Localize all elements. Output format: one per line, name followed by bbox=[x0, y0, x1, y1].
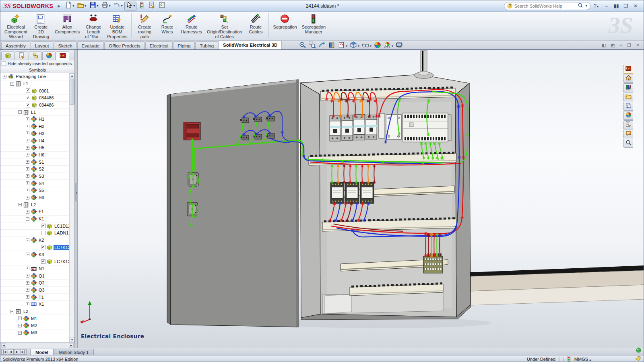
tree-item-l2[interactable]: −L2 bbox=[0, 201, 69, 208]
route-harnesses-button[interactable]: Route Harnesses bbox=[178, 12, 204, 40]
forum-tab[interactable] bbox=[623, 130, 633, 138]
tree-item-checkbox[interactable]: ✔ bbox=[26, 103, 30, 107]
tree-item-h3[interactable]: +H3 bbox=[0, 130, 69, 138]
scroll-right-icon[interactable]: ▶ bbox=[69, 343, 74, 348]
help-search-box[interactable]: ? ▾ bbox=[504, 2, 590, 10]
dropdown-caret-icon[interactable]: ▾ bbox=[392, 44, 393, 48]
select-cursor-button[interactable]: ▾ bbox=[124, 2, 136, 10]
tree-item-lc7k12[interactable]: ✔LC7K12 bbox=[0, 258, 69, 265]
tree-item-q2[interactable]: +Q2 bbox=[0, 280, 69, 287]
tree-item-x1[interactable]: +X1 bbox=[0, 301, 69, 308]
tree-scrollbar[interactable]: ▲ ▼ bbox=[69, 73, 74, 342]
tree-item-k2[interactable]: −K2 bbox=[0, 237, 69, 244]
tree-item-packaging-line[interactable]: +Packaging Line bbox=[0, 73, 69, 80]
tree-item-h4[interactable]: +H4 bbox=[0, 137, 69, 144]
expand-icon[interactable]: + bbox=[26, 267, 29, 270]
view-orientation-button[interactable]: ▾ bbox=[350, 41, 359, 50]
tree-hscrollbar[interactable]: ◀ ▶ bbox=[0, 342, 74, 348]
dropdown-caret-icon[interactable]: ▾ bbox=[121, 4, 122, 8]
tree-item-k3[interactable]: −K3 bbox=[0, 251, 69, 258]
tree-item-f1[interactable]: +F1 bbox=[0, 208, 69, 216]
tab-piping[interactable]: Piping bbox=[173, 41, 195, 49]
expand-icon[interactable]: + bbox=[26, 288, 29, 292]
tree-item-s3[interactable]: +S3 bbox=[0, 173, 69, 180]
first-tab-icon[interactable]: ┃◀ bbox=[1, 349, 7, 355]
tree-item-s6[interactable]: +S6 bbox=[0, 194, 69, 202]
tree-item-checkbox[interactable]: ✔ bbox=[26, 88, 30, 93]
dropdown-caret-icon[interactable]: ▾ bbox=[97, 4, 98, 8]
expand-icon[interactable]: + bbox=[26, 160, 29, 164]
expand-icon[interactable]: + bbox=[26, 139, 29, 142]
tree-item-checkbox[interactable]: ✔ bbox=[41, 245, 45, 249]
collapse-icon[interactable]: − bbox=[10, 82, 14, 86]
view-settings-button[interactable]: ▾ bbox=[338, 41, 347, 50]
tab-layout[interactable]: Layout bbox=[31, 41, 54, 49]
scroll-up-icon[interactable]: ▲ bbox=[70, 73, 74, 78]
minimize-button[interactable]: – bbox=[602, 2, 611, 10]
pause-window-button[interactable]: ▮▮ bbox=[611, 2, 621, 10]
electrical-component-wizard-button[interactable]: Electrical Component Wizard bbox=[2, 12, 30, 40]
tree-item-0001[interactable]: ✔0001 bbox=[0, 87, 69, 95]
tree-item-checkbox[interactable]: ✔ bbox=[41, 224, 45, 228]
feature-manager-tab[interactable] bbox=[1, 51, 14, 60]
expand-icon[interactable]: + bbox=[26, 117, 29, 121]
camera-button[interactable] bbox=[396, 41, 403, 50]
file-explorer-tab[interactable] bbox=[623, 93, 633, 101]
collapse-icon[interactable]: − bbox=[18, 331, 22, 335]
collapse-left-pane-icon[interactable]: ◧ bbox=[602, 42, 606, 48]
display-manager-tab[interactable] bbox=[42, 51, 56, 60]
scene-button[interactable]: ▾ bbox=[384, 41, 393, 50]
collapse-icon[interactable]: − bbox=[26, 217, 29, 221]
traffic-light-button[interactable] bbox=[137, 2, 147, 10]
search-caret-icon[interactable]: ▾ bbox=[586, 4, 587, 8]
panel-splitter[interactable]: ◀ bbox=[75, 50, 78, 348]
property-manager-tab[interactable] bbox=[15, 51, 28, 60]
tree-item-034486[interactable]: ✔034486 bbox=[0, 95, 69, 102]
collapse-icon[interactable]: − bbox=[10, 310, 14, 313]
graphics-area[interactable]: Electrical Enclosure bbox=[78, 50, 644, 348]
tree-item-q3[interactable]: +Q3 bbox=[0, 287, 69, 294]
tree-item-s4[interactable]: +S4 bbox=[0, 180, 69, 187]
tree-item-n1[interactable]: +N1 bbox=[0, 265, 69, 273]
tree-item-k1[interactable]: −K1 bbox=[0, 216, 69, 223]
appearances-tab[interactable] bbox=[623, 111, 633, 120]
tree-item-m2[interactable]: +M2 bbox=[0, 322, 69, 329]
collapse-icon[interactable]: − bbox=[18, 203, 22, 206]
display-style-button[interactable]: ▾ bbox=[362, 41, 372, 50]
expand-icon[interactable]: + bbox=[26, 132, 29, 135]
tree-item-m1[interactable]: +M1 bbox=[0, 315, 69, 322]
tree-item-t1[interactable]: +T1 bbox=[0, 294, 69, 301]
doc-tab-model[interactable]: Model bbox=[30, 349, 54, 355]
tree-item-s2[interactable]: +S2 bbox=[0, 166, 69, 173]
expand-icon[interactable]: + bbox=[26, 189, 29, 192]
tab-evaluate[interactable]: Evaluate bbox=[77, 41, 104, 49]
collapse-right-pane-icon[interactable]: ◩ bbox=[611, 42, 615, 48]
prev-tab-icon[interactable]: ◀ bbox=[8, 349, 14, 355]
doc-tab-motion-study-1[interactable]: Motion Study 1 bbox=[54, 349, 94, 355]
collapse-icon[interactable]: − bbox=[26, 253, 29, 256]
dropdown-caret-icon[interactable]: ▾ bbox=[72, 4, 74, 8]
fly-through-button[interactable] bbox=[318, 41, 326, 50]
tag-icon[interactable] bbox=[635, 356, 641, 362]
dropdown-caret-icon[interactable]: ▾ bbox=[358, 44, 359, 48]
save-button[interactable]: ▾ bbox=[88, 2, 99, 10]
doc-close-icon[interactable]: ✕ bbox=[636, 42, 640, 48]
expand-icon[interactable]: + bbox=[26, 274, 29, 278]
electrical-manager-tab[interactable] bbox=[623, 65, 633, 74]
segregation-button[interactable]: Segregation bbox=[270, 12, 299, 40]
tab-tubing[interactable]: Tubing bbox=[195, 41, 218, 49]
tree-item-h6[interactable]: +H6 bbox=[0, 152, 69, 159]
dropdown-caret-icon[interactable]: ▾ bbox=[346, 44, 347, 48]
segregation-manager-button[interactable]: Segregation Manager bbox=[299, 12, 328, 40]
tab-sketch[interactable]: Sketch bbox=[54, 41, 76, 49]
tree-item-h1[interactable]: +H1 bbox=[0, 116, 69, 123]
zoom-area-button[interactable] bbox=[309, 41, 316, 50]
help-button[interactable]: ?▾ bbox=[594, 3, 599, 9]
doc-minimize-icon[interactable]: – bbox=[620, 42, 622, 48]
search-tab[interactable] bbox=[623, 139, 633, 148]
collapse-icon[interactable]: − bbox=[18, 110, 22, 114]
search-input[interactable] bbox=[514, 4, 576, 8]
tree-item-l2[interactable]: −L2 bbox=[0, 308, 69, 315]
change-length-button[interactable]: Change Length of "Rai... bbox=[82, 12, 105, 40]
create-routing-path-button[interactable]: Create routing path bbox=[133, 12, 156, 40]
